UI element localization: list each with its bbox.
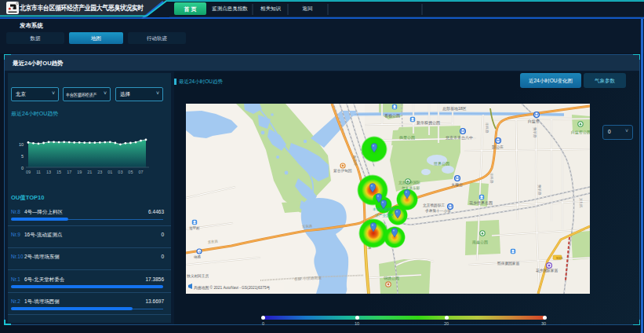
svg-text:丰科路: 丰科路 bbox=[489, 173, 493, 184]
svg-text:11: 11 bbox=[36, 170, 41, 174]
svg-text:北京市丰台八中: 北京市丰台八中 bbox=[446, 135, 473, 141]
svg-text:京九线: 京九线 bbox=[579, 198, 583, 209]
svg-text:看杨公园: 看杨公园 bbox=[384, 113, 400, 119]
svg-text:G: G bbox=[198, 250, 200, 254]
svg-text:郭公庄: 郭公庄 bbox=[492, 145, 504, 150]
svg-text:15: 15 bbox=[56, 170, 61, 174]
svg-text:05: 05 bbox=[128, 170, 133, 174]
svg-text:济产业园区: 济产业园区 bbox=[375, 213, 394, 218]
svg-text:09: 09 bbox=[26, 170, 31, 174]
svg-text:世界公园: 世界公园 bbox=[433, 161, 449, 166]
svg-text:樊羊路: 樊羊路 bbox=[537, 185, 541, 196]
svg-text:南鑫公园: 南鑫公园 bbox=[472, 240, 488, 245]
svg-text:御景公园: 御景公园 bbox=[399, 135, 415, 141]
svg-text:13: 13 bbox=[46, 170, 51, 174]
svg-text:S326: S326 bbox=[556, 257, 562, 260]
svg-text:白盆窑公园: 白盆窑公园 bbox=[571, 130, 590, 135]
svg-text:京良路: 京良路 bbox=[302, 224, 313, 229]
svg-text:丰科路: 丰科路 bbox=[485, 123, 489, 134]
svg-text:循甬: 循甬 bbox=[194, 254, 202, 259]
svg-text:白盆窑: 白盆窑 bbox=[528, 119, 540, 124]
svg-text:高德地图 © 2021 AutoNavi - GS(2021: 高德地图 © 2021 AutoNavi - GS(2021)6375号 bbox=[194, 285, 271, 291]
svg-text:花乡世界名园: 花乡世界名园 bbox=[469, 200, 493, 206]
svg-text:北京铁路职工: 北京铁路职工 bbox=[423, 203, 445, 208]
svg-text:花乡国际家居: 花乡国际家居 bbox=[536, 268, 558, 273]
svg-text:独义村回王房: 独义村回王房 bbox=[187, 273, 209, 279]
svg-text:新华双拥公园: 新华双拥公园 bbox=[417, 120, 440, 126]
svg-text:总部基地18区: 总部基地18区 bbox=[442, 106, 467, 112]
svg-text:锦绣公园: 锦绣公园 bbox=[384, 276, 399, 281]
svg-text:17: 17 bbox=[67, 170, 71, 174]
svg-text:03: 03 bbox=[118, 170, 122, 174]
svg-text:07: 07 bbox=[138, 170, 143, 174]
svg-text:子弟第十一小学: 子弟第十一小学 bbox=[425, 208, 451, 214]
svg-text:01: 01 bbox=[107, 170, 112, 174]
svg-text:0: 0 bbox=[21, 166, 24, 170]
svg-text:10: 10 bbox=[19, 142, 24, 147]
svg-text:23: 23 bbox=[97, 170, 102, 174]
svg-text:5: 5 bbox=[21, 154, 24, 159]
svg-text:19: 19 bbox=[77, 170, 82, 174]
svg-text:21: 21 bbox=[87, 170, 92, 174]
svg-text:樊羊路: 樊羊路 bbox=[533, 127, 537, 138]
svg-text:熙保康园家居: 熙保康园家居 bbox=[497, 261, 519, 266]
svg-text:大葆台: 大葆台 bbox=[451, 182, 463, 187]
